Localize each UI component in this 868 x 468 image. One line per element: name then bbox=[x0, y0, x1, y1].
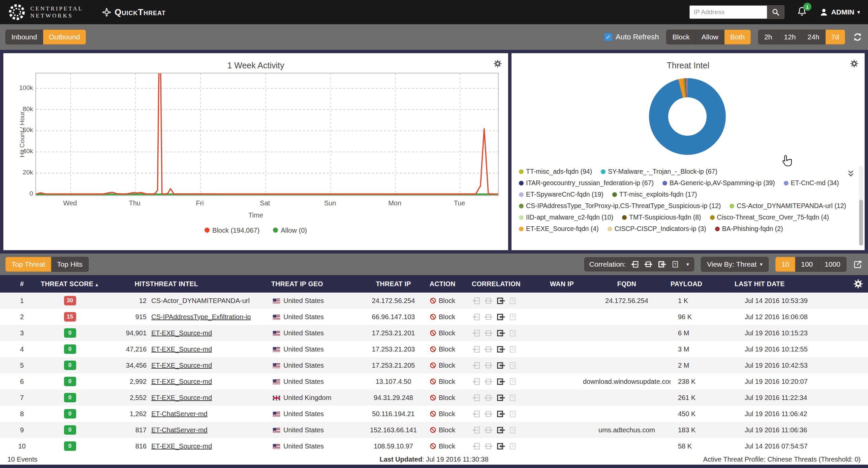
table-row-5[interactable]: 5034,456ET-EXE_Source-mdUnited States17.… bbox=[0, 357, 868, 373]
threat-legend-item-tt-misc-exploits-fqdn[interactable]: TT-misc_exploits-fqdn (17) bbox=[612, 191, 697, 198]
table-row-7[interactable]: 702,552ET-EXE_Source-mdUnited Kingdom94.… bbox=[0, 390, 868, 406]
correlate-out-icon[interactable] bbox=[472, 361, 481, 370]
correlate-out-icon[interactable] bbox=[472, 329, 481, 338]
threat-legend-item-sy-malware-trojan-block-ip[interactable]: SY-Malware_-_Trojan_-_Block-ip (67) bbox=[601, 168, 717, 175]
column-header-last-hit-date[interactable]: LAST HIT DATE bbox=[735, 280, 836, 288]
correlate-both-icon[interactable] bbox=[484, 312, 493, 322]
correlate-out-icon[interactable] bbox=[472, 426, 481, 435]
correlate-help-icon[interactable]: ? bbox=[508, 361, 517, 370]
auto-refresh-checkbox[interactable]: ✓ bbox=[604, 33, 612, 41]
threat-intel-link[interactable]: CS-Actor_DYNAMITEPANDA-url bbox=[151, 297, 250, 304]
threat-legend-item-cisco-threat-score-over-75-fqdn[interactable]: Cisco-Threat_Score_Over_75-fqdn (4) bbox=[710, 213, 829, 221]
correlate-in-icon[interactable] bbox=[496, 329, 505, 338]
threat-legend-item-et-spywarecnc-fqdn[interactable]: ET-SpywareCnC-fqdn (19) bbox=[519, 191, 603, 198]
activity-settings-gear-icon[interactable] bbox=[493, 59, 502, 69]
correlate-help-icon[interactable]: ? bbox=[508, 409, 517, 419]
threat-legend-item-ba-phishing-fqdn[interactable]: BA-Phishing-fqdn (2) bbox=[715, 225, 783, 233]
legend-collapse-chevron-icon[interactable] bbox=[847, 170, 855, 179]
refresh-icon[interactable] bbox=[852, 32, 863, 42]
export-icon[interactable] bbox=[853, 260, 863, 269]
column-header-[interactable]: # bbox=[7, 280, 37, 288]
column-header-hits[interactable]: HITS bbox=[103, 280, 150, 288]
search-button[interactable] bbox=[767, 5, 784, 19]
tab-top-threat[interactable]: Top Threat bbox=[5, 257, 51, 272]
correlate-both-icon[interactable] bbox=[484, 345, 493, 354]
column-header-threat-intel[interactable]: THREAT INTEL bbox=[150, 280, 271, 288]
correlate-in-icon[interactable] bbox=[496, 426, 505, 435]
threat-intel-link[interactable]: CS-IPAddressType_Exfiltration-ip bbox=[151, 313, 251, 321]
table-row-3[interactable]: 3094,901ET-EXE_Source-mdUnited States17.… bbox=[0, 325, 868, 341]
page-size-button-100[interactable]: 100 bbox=[795, 257, 819, 272]
threat-legend-item-cs-actor-dynamitepanda-url[interactable]: CS-Actor_DYNAMITEPANDA-url (12) bbox=[730, 202, 846, 210]
correlate-both-icon[interactable] bbox=[484, 329, 493, 338]
correlate-in-icon[interactable] bbox=[496, 296, 505, 305]
correlate-help-icon[interactable]: ? bbox=[508, 296, 517, 305]
correlate-out-icon[interactable] bbox=[630, 260, 639, 269]
correlate-in-icon[interactable] bbox=[496, 345, 505, 354]
column-header-threat-ip-geo[interactable]: THREAT IP GEO bbox=[271, 280, 357, 288]
column-header-correlation[interactable]: CORRELATION bbox=[472, 280, 541, 288]
column-header-threat-ip[interactable]: THREAT IP bbox=[357, 280, 430, 288]
threat-intel-link[interactable]: ET-EXE_Source-md bbox=[151, 345, 212, 353]
threat-legend-item-iid-apt-malware-c2-fqdn[interactable]: IID-apt_malware_c2-fqdn (10) bbox=[519, 213, 613, 221]
column-header-payload[interactable]: PAYLOAD bbox=[671, 280, 735, 288]
correlate-both-icon[interactable] bbox=[484, 426, 493, 435]
correlate-help-icon[interactable]: ? bbox=[508, 329, 517, 338]
correlate-both-icon[interactable] bbox=[484, 442, 493, 451]
direction-button-inbound[interactable]: Inbound bbox=[5, 30, 43, 44]
page-size-button-1000[interactable]: 1000 bbox=[819, 257, 846, 272]
range-button-2h[interactable]: 2h bbox=[758, 30, 778, 44]
threat-legend-item-ba-generic-ip-av-spamming-ip[interactable]: BA-Generic-ip,AV-Spamming-ip (39) bbox=[662, 179, 775, 187]
action-filter-button-allow[interactable]: Allow bbox=[696, 30, 724, 44]
threat-intel-link[interactable]: ET-ChatServer-md bbox=[151, 426, 208, 434]
threat-intel-link[interactable]: ET-EXE_Source-md bbox=[151, 362, 212, 369]
notifications-button[interactable]: 1 bbox=[797, 6, 807, 18]
column-header-action[interactable]: ACTION bbox=[430, 280, 472, 288]
column-header-fqdn[interactable]: FQDN bbox=[583, 280, 671, 288]
table-row-10[interactable]: 100816ET-EXE_Source-mdUnited States108.5… bbox=[0, 438, 868, 454]
table-row-9[interactable]: 90817ET-ChatServer-mdUnited States152.16… bbox=[0, 422, 868, 438]
table-row-4[interactable]: 4047,216ET-EXE_Source-mdUnited States17.… bbox=[0, 341, 868, 357]
table-row-2[interactable]: 215915CS-IPAddressType_Exfiltration-ipUn… bbox=[0, 309, 868, 325]
correlate-help-icon[interactable]: ? bbox=[508, 393, 517, 402]
correlate-help-icon[interactable]: ? bbox=[508, 426, 517, 435]
correlate-both-icon[interactable] bbox=[484, 296, 493, 305]
direction-button-outbound[interactable]: Outbound bbox=[43, 30, 86, 44]
ip-search-input[interactable] bbox=[689, 5, 767, 19]
correlate-out-icon[interactable] bbox=[472, 409, 481, 419]
correlate-out-icon[interactable] bbox=[472, 442, 481, 451]
correlate-out-icon[interactable] bbox=[472, 312, 481, 322]
correlate-out-icon[interactable] bbox=[472, 377, 481, 386]
threat-legend-item-et-exe-source-fqdn[interactable]: ET-EXE_Source-fqdn (4) bbox=[519, 225, 599, 233]
user-menu[interactable]: ADMIN ▾ bbox=[819, 8, 860, 16]
threat-legend-item-ciscp-ciscp-indicators-ip[interactable]: CISCP-CISCP_Indicators-ip (3) bbox=[608, 225, 706, 233]
legend-scrollbar-thumb[interactable] bbox=[859, 200, 863, 245]
action-filter-button-block[interactable]: Block bbox=[666, 30, 695, 44]
correlate-out-icon[interactable] bbox=[472, 393, 481, 402]
range-button-7d[interactable]: 7d bbox=[826, 30, 845, 44]
correlate-in-icon[interactable] bbox=[496, 409, 505, 419]
threat-intel-link[interactable]: ET-EXE_Source-md bbox=[151, 442, 212, 450]
correlate-help-icon[interactable]: ? bbox=[508, 345, 517, 354]
threat-intel-donut-chart[interactable] bbox=[649, 78, 726, 155]
correlate-in-icon[interactable] bbox=[496, 361, 505, 370]
range-button-12h[interactable]: 12h bbox=[778, 30, 802, 44]
correlate-both-icon[interactable] bbox=[644, 260, 653, 269]
tab-top-hits[interactable]: Top Hits bbox=[51, 257, 89, 272]
threat-intel-link[interactable]: ET-EXE_Source-md bbox=[151, 394, 212, 401]
table-row-6[interactable]: 602,992ET-EXE_Source-mdUnited States13.1… bbox=[0, 373, 868, 390]
action-filter-button-both[interactable]: Both bbox=[724, 30, 751, 44]
legend-scrollbar[interactable] bbox=[859, 166, 863, 246]
correlate-help-icon[interactable]: ? bbox=[508, 442, 517, 451]
threat-legend-item-cs-ipaddresstype-torproxy-ip-cs-threattype-suspicious-ip[interactable]: CS-IPAddressType_TorProxy-ip,CS-ThreatTy… bbox=[519, 202, 721, 210]
correlate-out-icon[interactable] bbox=[472, 345, 481, 354]
table-row-8[interactable]: 801,262ET-ChatServer-mdUnited States50.1… bbox=[0, 406, 868, 422]
correlate-in-icon[interactable] bbox=[496, 312, 505, 322]
correlation-caret-icon[interactable]: ▾ bbox=[686, 261, 689, 267]
threat-intel-settings-gear-icon[interactable] bbox=[850, 59, 859, 69]
correlate-help-icon[interactable]: ? bbox=[508, 312, 517, 322]
correlate-both-icon[interactable] bbox=[484, 409, 493, 419]
correlate-help-icon[interactable]: ? bbox=[508, 377, 517, 386]
correlate-out-icon[interactable] bbox=[472, 296, 481, 305]
correlate-both-icon[interactable] bbox=[484, 393, 493, 402]
